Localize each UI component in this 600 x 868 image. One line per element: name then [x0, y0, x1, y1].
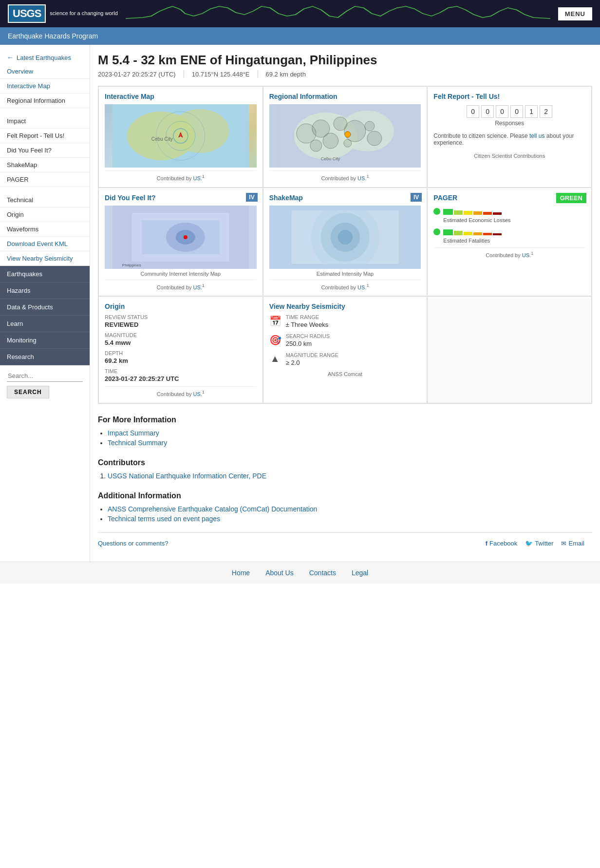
svg-point-34 [338, 230, 352, 245]
sidebar-item-overview[interactable]: Overview [0, 64, 90, 79]
sidebar-item-download-kml[interactable]: Download Event KML [0, 237, 90, 251]
sidebar-nav-monitoring[interactable]: Monitoring [0, 332, 90, 349]
more-info-section: For More Information Impact Summary Tech… [98, 415, 592, 447]
seismicity-info: 📅 Time Range ± Three Weeks 🎯 Search Radi… [269, 314, 421, 366]
sidebar-item-technical[interactable]: Technical [0, 193, 90, 208]
felt-numbers: 0 0 0 0 1 2 [433, 105, 585, 118]
tell-us-link[interactable]: tell us [529, 132, 544, 139]
footer-about-link[interactable]: About Us [265, 569, 294, 577]
svg-rect-36 [454, 210, 463, 215]
search-button[interactable]: SEARCH [7, 386, 49, 398]
sidebar-nav-research[interactable]: Research [0, 349, 90, 365]
comcat-link[interactable]: ANSS Comprehensive Earthquake Catalog (C… [108, 505, 317, 513]
twitter-link[interactable]: 🐦 Twitter [525, 540, 553, 547]
card-regional-info-link[interactable]: Regional Information [269, 93, 421, 100]
card-regional-info-footer: Contributed by US.1 [269, 170, 421, 181]
facebook-link[interactable]: f Facebook [486, 540, 517, 547]
back-to-latest[interactable]: ← Latest Earthquakes [0, 51, 90, 64]
card-regional-info-source[interactable]: US [357, 175, 365, 181]
card-pager-footer: Contributed by US.1 [433, 247, 585, 258]
seis-radius-label: Search Radius [286, 333, 330, 339]
sidebar-item-origin[interactable]: Origin [0, 208, 90, 222]
email-link[interactable]: ✉ Email [561, 540, 584, 547]
card-felt-report-link[interactable]: Felt Report - Tell Us! [433, 93, 585, 100]
footer-contacts-link[interactable]: Contacts [309, 569, 336, 577]
origin-time-value: 2023-01-27 20:25:27 UTC [105, 375, 257, 382]
wave-decoration [126, 4, 550, 23]
back-arrow-icon: ← [7, 54, 14, 61]
interactive-map-image: Cebu City [105, 104, 257, 168]
technical-terms-link[interactable]: Technical terms used on event pages [108, 515, 220, 523]
origin-magnitude-row: Magnitude 5.4 mww [105, 332, 257, 346]
card-interactive-map-link[interactable]: Interactive Map [105, 93, 257, 100]
svg-rect-39 [483, 212, 492, 215]
pager-economic-dot [433, 208, 440, 215]
questions-link[interactable]: Questions or comments? [98, 540, 169, 547]
shakemap-image [269, 206, 421, 269]
sidebar-nav-learn[interactable]: Learn [0, 316, 90, 332]
additional-info-heading: Additional Information [98, 491, 592, 500]
card-shakemap-source[interactable]: US [357, 284, 365, 290]
svg-rect-46 [493, 233, 502, 235]
contributors-list: USGS National Earthquake Information Cen… [108, 472, 592, 480]
contributor-link[interactable]: USGS National Earthquake Information Cen… [108, 472, 266, 480]
svg-rect-37 [464, 211, 472, 215]
footer-home-link[interactable]: Home [232, 569, 250, 577]
sidebar-item-waveforms[interactable]: Waveforms [0, 222, 90, 237]
usgs-logo[interactable]: USGS [8, 4, 46, 23]
additional-info-list: ANSS Comprehensive Earthquake Catalog (C… [108, 505, 592, 523]
card-pager: PAGER GREEN Estimated Economic Losses [427, 188, 592, 297]
impact-summary-link[interactable]: Impact Summary [108, 429, 159, 437]
bottom-footer: Home About Us Contacts Legal [0, 562, 600, 584]
sidebar-item-felt-report[interactable]: Felt Report - Tell Us! [0, 129, 90, 143]
sidebar-nav-earthquakes[interactable]: Earthquakes [0, 266, 90, 283]
sidebar-item-interactive-map[interactable]: Interactive Map [0, 79, 90, 94]
origin-time-label: Time [105, 368, 257, 374]
sidebar-item-impact[interactable]: Impact [0, 114, 90, 129]
card-dyfi-source[interactable]: US [193, 284, 200, 290]
search-input[interactable] [7, 370, 83, 382]
card-seismicity: View Nearby Seismicity 📅 Time Range ± Th… [263, 296, 428, 403]
svg-rect-45 [483, 233, 492, 235]
card-seismicity-link[interactable]: View Nearby Seismicity [269, 302, 421, 310]
svg-text:Philippines: Philippines [122, 263, 141, 267]
felt-num-3: 0 [510, 105, 523, 118]
card-dyfi-link[interactable]: Did You Feel It? [105, 194, 257, 202]
felt-footer: Citizen Scientist Contributions [433, 153, 585, 159]
sidebar-item-pager[interactable]: PAGER [0, 172, 90, 187]
seis-radius-value: 250.0 km [286, 340, 330, 347]
sidebar-nav-data-products[interactable]: Data & Products [0, 299, 90, 316]
sidebar-nav-hazards[interactable]: Hazards [0, 283, 90, 299]
felt-num-2: 0 [496, 105, 508, 118]
origin-review-row: Review Status REVIEWED [105, 314, 257, 328]
seis-magnitude-row: ▲ Magnitude Range ≥ 2.0 [269, 352, 421, 366]
eq-coordinates: 10.715°N 125.448°E [192, 71, 258, 78]
svg-point-2 [171, 109, 229, 153]
menu-button[interactable]: MENU [558, 7, 592, 20]
shakemap-caption: Estimated Intensity Map [269, 271, 421, 277]
svg-text:Cebu City: Cebu City [320, 156, 340, 161]
earthquake-meta: 2023-01-27 20:25:27 (UTC) 10.715°N 125.4… [98, 71, 592, 78]
card-shakemap-footer: Contributed by US.1 [269, 280, 421, 290]
origin-review-label: Review Status [105, 314, 257, 320]
svg-rect-38 [473, 211, 482, 215]
technical-summary-link[interactable]: Technical Summary [108, 439, 167, 447]
card-pager-source[interactable]: US [522, 252, 529, 258]
svg-point-15 [310, 140, 321, 151]
earthquake-title: M 5.4 - 32 km ENE of Hingatungan, Philip… [98, 53, 592, 68]
card-shakemap-link[interactable]: ShakeMap [269, 194, 421, 202]
sidebar-item-regional[interactable]: Regional Information [0, 94, 90, 108]
main-content: M 5.4 - 32 km ENE of Hingatungan, Philip… [90, 45, 600, 562]
card-dyfi-footer: Contributed by US.1 [105, 280, 257, 290]
back-label: Latest Earthquakes [17, 54, 71, 61]
shakemap-badge: IV [411, 193, 422, 202]
sidebar-item-dyfi[interactable]: Did You Feel It? [0, 143, 90, 158]
card-origin-link[interactable]: Origin [105, 302, 257, 310]
felt-num-4: 1 [525, 105, 538, 118]
card-origin-source[interactable]: US [193, 391, 200, 397]
footer-legal-link[interactable]: Legal [352, 569, 368, 577]
svg-text:Cebu City: Cebu City [151, 136, 173, 142]
card-interactive-map-source[interactable]: US [193, 175, 200, 181]
sidebar-item-shakemap[interactable]: ShakeMap [0, 158, 90, 172]
sidebar-item-nearby-seismicity[interactable]: View Nearby Seismicity [0, 251, 90, 266]
